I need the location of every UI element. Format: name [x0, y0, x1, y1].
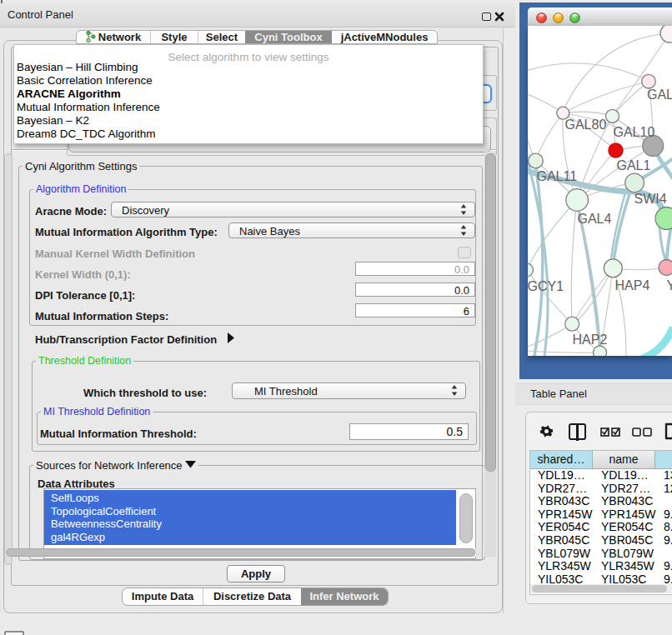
- svg-text:GAL7: GAL7: [647, 88, 672, 102]
- svg-text:GAL11: GAL11: [537, 169, 578, 183]
- svg-text:SWI4: SWI4: [634, 192, 667, 206]
- svg-text:GAL10: GAL10: [614, 125, 655, 139]
- svg-text:GAL80: GAL80: [565, 118, 607, 132]
- svg-text:YN: YN: [667, 278, 672, 292]
- svg-text:GAL4: GAL4: [578, 212, 612, 226]
- svg-text:HAP4: HAP4: [615, 278, 650, 292]
- svg-text:HAP2: HAP2: [573, 332, 608, 347]
- svg-text:GCY1: GCY1: [528, 279, 564, 293]
- svg-text:GAL1: GAL1: [617, 158, 651, 172]
